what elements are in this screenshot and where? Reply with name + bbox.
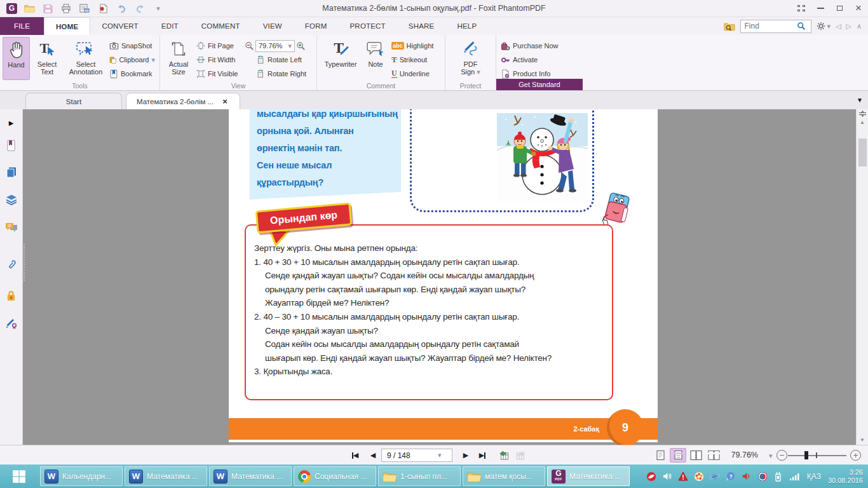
find-options-button[interactable]: ▾: [817, 22, 831, 30]
zoom-preset-caret[interactable]: ▾: [769, 452, 773, 460]
tab-comment[interactable]: COMMENT: [190, 17, 252, 35]
print-button[interactable]: [60, 3, 72, 14]
foxit-logo-icon[interactable]: G: [6, 3, 17, 14]
search-icon[interactable]: [797, 22, 806, 30]
expand-panel-button[interactable]: ▶: [3, 114, 20, 131]
tab-form[interactable]: FORM: [294, 17, 339, 35]
tray-volume-icon[interactable]: [661, 471, 673, 482]
next-view-button[interactable]: [513, 449, 527, 462]
zoom-in-button[interactable]: +: [850, 450, 861, 461]
highlight-button[interactable]: abc Highlight: [390, 39, 439, 52]
last-page-button[interactable]: ▶: [475, 449, 489, 462]
taskbar-app-word-2[interactable]: W Математика ...: [125, 466, 207, 486]
hand-tool-button[interactable]: Hand: [3, 37, 30, 80]
bookmarks-panel-button[interactable]: [3, 137, 20, 154]
select-annotation-button[interactable]: Select Annotation: [64, 37, 107, 80]
document-canvas[interactable]: мысалдағы қар қиыршығының орнына қой. Ал…: [23, 109, 856, 445]
tab-share[interactable]: SHARE: [397, 17, 446, 35]
zoom-out-button[interactable]: −: [776, 450, 787, 461]
tab-document[interactable]: Математика 2-бөлім ... ×: [126, 93, 240, 109]
continuous-facing-view-button[interactable]: [705, 448, 722, 463]
fit-width-button[interactable]: Fit Width: [194, 53, 243, 66]
minimize-button[interactable]: [811, 0, 830, 17]
signatures-panel-button[interactable]: [3, 315, 20, 332]
page-number-input[interactable]: [382, 451, 438, 460]
security-panel-button[interactable]: [3, 287, 20, 304]
zoom-slider-thumb[interactable]: [804, 451, 808, 459]
pages-panel-button[interactable]: [3, 164, 20, 180]
single-page-view-button[interactable]: [652, 448, 668, 463]
email-button[interactable]: [78, 3, 91, 14]
tab-protect[interactable]: PROTECT: [339, 17, 397, 35]
snapshot-button[interactable]: SnapShot: [107, 39, 157, 52]
tray-helper-icon[interactable]: ?: [725, 471, 736, 482]
fullscreen-button[interactable]: [792, 0, 811, 17]
restore-button[interactable]: [830, 0, 849, 17]
scroll-down-button[interactable]: ▼: [860, 437, 865, 443]
collapse-ribbon-button[interactable]: ∧: [857, 22, 862, 30]
language-indicator[interactable]: ҚАЗ: [807, 472, 821, 481]
tray-saturn-icon[interactable]: [709, 471, 721, 482]
select-text-button[interactable]: T Select Text: [30, 37, 64, 80]
tab-list-menu-button[interactable]: ▼: [857, 97, 863, 104]
tab-convert[interactable]: CONVERT: [90, 17, 149, 35]
product-info-button[interactable]: Product Info: [499, 67, 580, 80]
scroll-up-button[interactable]: ▲: [860, 119, 865, 125]
save-button[interactable]: [41, 3, 54, 14]
tray-antivirus-icon[interactable]: [646, 471, 657, 482]
rotate-left-button[interactable]: Rotate Left: [254, 53, 314, 66]
zoom-slider-track[interactable]: [788, 455, 846, 456]
underline-button[interactable]: U Underline: [390, 67, 439, 80]
find-previous-button[interactable]: ◁: [836, 22, 841, 30]
attachments-panel-button[interactable]: [3, 257, 20, 273]
zoom-combobox[interactable]: 79.76%▾: [255, 40, 295, 52]
close-button[interactable]: ×: [849, 0, 868, 17]
purchase-now-button[interactable]: Purchase Now: [499, 39, 580, 52]
next-page-button[interactable]: ▶: [459, 449, 473, 462]
undo-button[interactable]: [115, 3, 128, 14]
tab-view[interactable]: VIEW: [252, 17, 294, 35]
get-standard-button[interactable]: Get Standard: [496, 79, 583, 90]
zoom-in-icon[interactable]: [296, 41, 306, 51]
taskbar-app-chrome[interactable]: Социальная ...: [294, 466, 376, 486]
rotate-right-button[interactable]: Rotate Right: [254, 67, 314, 80]
find-input[interactable]: [741, 22, 797, 30]
continuous-view-button[interactable]: [670, 448, 686, 463]
pdf-sign-button[interactable]: PDFSign ▾: [451, 37, 491, 80]
search-folder-icon[interactable]: [724, 22, 735, 31]
tray-ccleaner-icon[interactable]: [757, 471, 768, 482]
split-view-handle[interactable]: [858, 111, 867, 117]
tray-sound-scheme-icon[interactable]: [741, 471, 752, 482]
zoom-out-icon[interactable]: [245, 41, 254, 51]
tray-power-icon[interactable]: [773, 471, 784, 482]
start-button[interactable]: [0, 464, 38, 488]
customize-qat-button[interactable]: ▾: [152, 3, 165, 14]
tab-help[interactable]: HELP: [445, 17, 488, 35]
tab-edit[interactable]: EDIT: [150, 17, 190, 35]
tab-home[interactable]: HOME: [44, 17, 90, 35]
taskbar-app-foxit[interactable]: GPDF Математика ...: [547, 466, 630, 486]
clipboard-button[interactable]: Clipboard ▾: [107, 53, 157, 66]
taskbar-app-folder-1[interactable]: 1-сынып пл...: [378, 466, 461, 486]
taskbar-clock[interactable]: 3:26 30.08.2016: [828, 468, 863, 485]
tray-warning-icon[interactable]: [677, 471, 689, 482]
tab-start[interactable]: Start: [25, 93, 122, 109]
fit-visible-button[interactable]: Fit Visible: [194, 67, 243, 80]
caret-down-icon[interactable]: ▾: [438, 451, 442, 459]
vertical-scrollbar[interactable]: ▲ ▼: [856, 109, 868, 445]
tab-file[interactable]: FILE: [0, 17, 44, 35]
fit-page-button[interactable]: Fit Page: [194, 39, 243, 52]
redo-button[interactable]: [133, 3, 146, 14]
new-document-button[interactable]: [97, 3, 109, 14]
actual-size-button[interactable]: ActualSize: [163, 37, 194, 80]
taskbar-app-folder-2[interactable]: матем қосы...: [463, 466, 545, 486]
taskbar-app-word-3[interactable]: W Математика ...: [209, 466, 292, 486]
comments-panel-button[interactable]: [3, 220, 20, 236]
facing-view-button[interactable]: [688, 448, 704, 463]
typewriter-button[interactable]: T Typewriter: [320, 37, 362, 80]
tray-updater-icon[interactable]: [693, 471, 705, 482]
tray-network-icon[interactable]: [789, 471, 800, 482]
taskbar-app-word-1[interactable]: W Кальендарн...: [40, 466, 123, 486]
activate-button[interactable]: Activate: [499, 53, 580, 66]
first-page-button[interactable]: ◀: [348, 449, 362, 462]
